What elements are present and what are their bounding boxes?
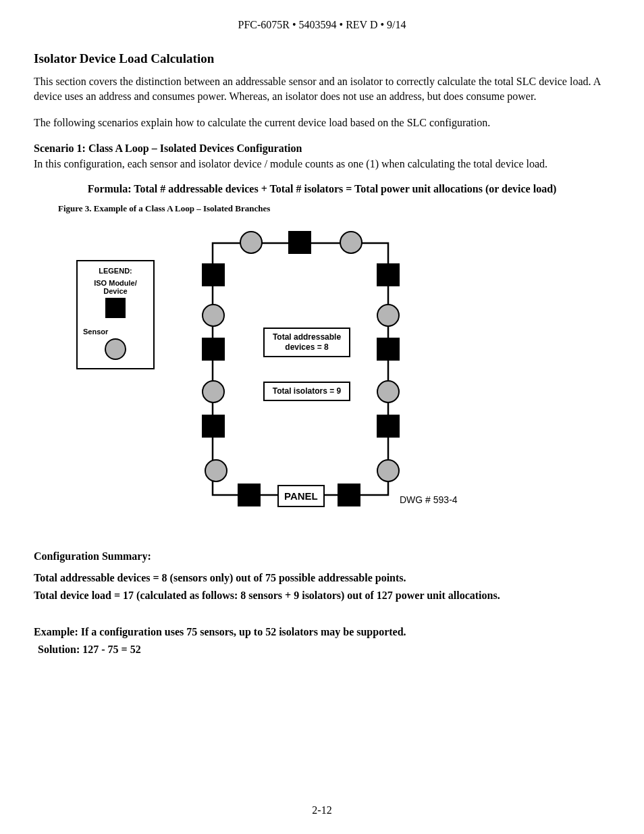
summary-line-1: Total addressable devices = 8 (sensors o… (34, 572, 610, 584)
iso-module-icon (202, 338, 225, 361)
scenario-1-text: In this configuration, each sensor and i… (34, 157, 610, 172)
example-line: Example: If a configuration uses 75 sens… (34, 626, 610, 638)
grey-circle-icon (105, 338, 126, 360)
document-header: PFC-6075R • 5403594 • REV D • 9/14 (34, 19, 610, 31)
drawing-number: DWG # 593-4 (400, 494, 458, 505)
iso-module-icon (288, 231, 311, 254)
formula: Formula: Total # addressable devices + T… (34, 183, 610, 195)
scenario-1-title: Scenario 1: Class A Loop – Isolated Devi… (34, 142, 610, 155)
iso-module-icon (202, 415, 225, 438)
page: PFC-6075R • 5403594 • REV D • 9/14 Isola… (0, 0, 644, 834)
figure-area: LEGEND: ISO Module/ Device Sensor PANEL (34, 219, 610, 523)
panel-box: PANEL (277, 485, 325, 507)
black-square-icon (105, 298, 126, 318)
page-number: 2-12 (0, 804, 644, 816)
paragraph-2: The following scenarios explain how to c… (34, 115, 610, 130)
iso-module-icon (377, 263, 400, 286)
iso-module-icon (202, 263, 225, 286)
section-title: Isolator Device Load Calculation (34, 51, 610, 66)
isolator-count-box: Total isolators = 9 (263, 382, 350, 401)
iso-module-icon (377, 338, 400, 361)
legend-title: LEGEND: (82, 267, 149, 275)
figure-caption: Figure 3. Example of a Class A Loop – Is… (58, 203, 610, 214)
iso-module-icon (377, 415, 400, 438)
legend-box: LEGEND: ISO Module/ Device Sensor (76, 260, 155, 369)
loop-diagram: PANEL Total addressable devices = 8 T (172, 216, 429, 520)
iso-module-icon (238, 484, 261, 506)
legend-iso-label: ISO Module/ Device (82, 279, 149, 295)
legend-sensor-label: Sensor (83, 328, 149, 336)
iso-module-icon (338, 484, 360, 506)
summary-line-2: Total device load = 17 (calculated as fo… (34, 590, 610, 602)
addressable-count-box: Total addressable devices = 8 (263, 328, 350, 357)
paragraph-1: This section covers the distinction betw… (34, 74, 610, 103)
solution-line: Solution: 127 - 75 = 52 (38, 644, 610, 656)
config-summary-title: Configuration Summary: (34, 550, 610, 563)
